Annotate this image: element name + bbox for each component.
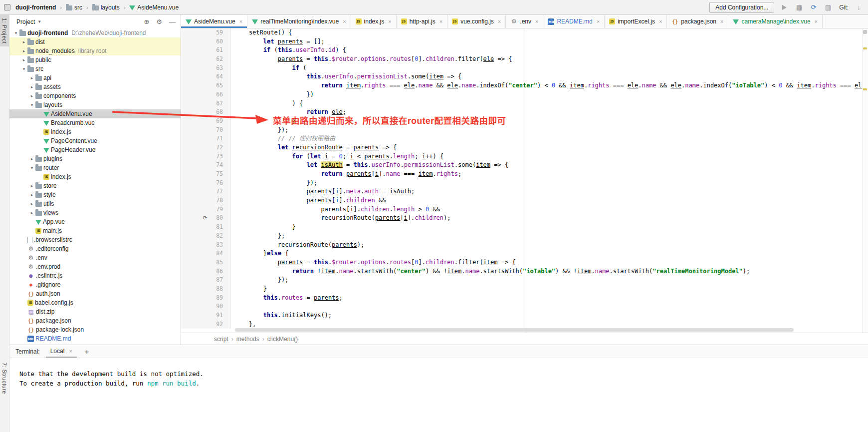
tree-item-store[interactable]: ▸store xyxy=(9,181,181,190)
tree-item-api[interactable]: ▸api xyxy=(9,73,181,82)
tree-item-router[interactable]: ▾router xyxy=(9,163,181,172)
tree-item-Breadcrumb.vue[interactable]: Breadcrumb.vue xyxy=(9,118,181,127)
breadcrumb-item-layouts[interactable]: layouts xyxy=(91,3,121,11)
run-icon[interactable] xyxy=(780,3,789,11)
tool-windows-icon[interactable]: ▥ xyxy=(824,3,832,11)
tree-item-utils[interactable]: ▸utils xyxy=(9,199,181,208)
update-project-icon[interactable]: ⟳ xyxy=(809,3,818,11)
tab-index.js[interactable]: JSindex.js× xyxy=(351,15,397,28)
chevron-closed-icon[interactable]: ▸ xyxy=(28,192,35,197)
breadcrumb-item-AsideMenu.vue[interactable]: AsideMenu.vue xyxy=(128,3,180,11)
chevron-closed-icon[interactable]: ▸ xyxy=(28,201,35,206)
tree-item-node_modules[interactable]: ▸node_moduleslibrary root xyxy=(9,46,181,55)
close-icon[interactable]: × xyxy=(815,18,818,24)
tree-item-auth.json[interactable]: {}auth.json xyxy=(9,289,181,298)
tree-item-PageContent.vue[interactable]: PageContent.vue xyxy=(9,136,181,145)
tree-item-package.json[interactable]: {}package.json xyxy=(9,316,181,325)
chevron-open-icon[interactable]: ▾ xyxy=(12,30,19,35)
tree-item-package-lock.json[interactable]: {}package-lock.json xyxy=(9,325,181,334)
tree-item-.eslintrc.js[interactable]: ●.eslintrc.js xyxy=(9,271,181,280)
tab-cameraManage\index.vue[interactable]: cameraManage\index.vue× xyxy=(728,15,823,28)
chevron-closed-icon[interactable]: ▸ xyxy=(28,93,35,98)
chevron-closed-icon[interactable]: ▸ xyxy=(20,48,27,53)
stripe-button-project[interactable]: 1: Project xyxy=(0,15,9,46)
breadcrumb-item-duoji-frontend[interactable]: duoji-frontend xyxy=(14,3,57,11)
close-icon[interactable]: × xyxy=(597,18,600,24)
tree-item-public[interactable]: ▸public xyxy=(9,55,181,64)
project-view-selector[interactable]: Project xyxy=(16,18,35,25)
tab-realTimeMonitoring\index.vue[interactable]: realTimeMonitoring\index.vue× xyxy=(247,15,351,28)
tab-vue.config.js[interactable]: JSvue.config.js× xyxy=(447,15,506,28)
tree-item-dist.zip[interactable]: ▤dist.zip xyxy=(9,307,181,316)
tree-item-PageHeader.vue[interactable]: PageHeader.vue xyxy=(9,145,181,154)
new-terminal-session-button[interactable]: + xyxy=(83,347,91,356)
tab-AsideMenu.vue[interactable]: AsideMenu.vue× xyxy=(181,15,247,28)
tree-item-dist[interactable]: ▸dist xyxy=(9,37,181,46)
chevron-open-icon[interactable]: ▾ xyxy=(28,102,35,107)
tree-item-main.js[interactable]: JSmain.js xyxy=(9,226,181,235)
close-icon[interactable]: × xyxy=(535,18,538,24)
editor-breadcrumb-clickMenu()[interactable]: clickMenu() xyxy=(267,336,298,343)
stripe-button-structure[interactable]: 7: Structure xyxy=(0,360,9,397)
error-stripe-scrollbar[interactable] xyxy=(862,28,868,333)
app-icon[interactable] xyxy=(4,4,10,10)
tree-item-AsideMenu.vue[interactable]: AsideMenu.vue xyxy=(9,109,181,118)
close-icon[interactable]: × xyxy=(239,18,242,24)
tree-item-.env.prod[interactable]: ⚙.env.prod xyxy=(9,262,181,271)
tree-item-index.js[interactable]: JSindex.js xyxy=(9,172,181,181)
tree-item-src[interactable]: ▾src xyxy=(9,64,181,73)
breadcrumb-item-src[interactable]: src xyxy=(65,3,83,11)
close-icon[interactable]: × xyxy=(498,18,501,24)
close-icon[interactable]: × xyxy=(388,18,391,24)
tree-item-babel.config.js[interactable]: JSbabel.config.js xyxy=(9,298,181,307)
chevron-open-icon[interactable]: ▾ xyxy=(28,165,35,170)
add-configuration-button[interactable]: Add Configuration... xyxy=(709,2,774,13)
chevron-closed-icon[interactable]: ▸ xyxy=(20,39,27,44)
chevron-closed-icon[interactable]: ▸ xyxy=(28,156,35,161)
chevron-closed-icon[interactable]: ▸ xyxy=(28,210,35,215)
close-icon[interactable]: × xyxy=(720,18,723,24)
horizontal-scrollbar[interactable] xyxy=(235,328,794,332)
tree-item-layouts[interactable]: ▾layouts xyxy=(9,100,181,109)
tab-http-api.js[interactable]: JShttp-api.js× xyxy=(397,15,447,28)
editor-breadcrumb-script[interactable]: script xyxy=(214,336,228,343)
tree-item-views[interactable]: ▸views xyxy=(9,208,181,217)
vcs-update-icon[interactable]: ↓ xyxy=(855,3,863,11)
chevron-open-icon[interactable]: ▾ xyxy=(20,66,27,71)
tab-importExcel.js[interactable]: JSimportExcel.js× xyxy=(605,15,667,28)
close-icon[interactable]: × xyxy=(439,18,442,24)
chevron-closed-icon[interactable]: ▸ xyxy=(28,183,35,188)
tree-item-assets[interactable]: ▸assets xyxy=(9,82,181,91)
chevron-closed-icon[interactable]: ▸ xyxy=(28,75,35,80)
tree-item-.editorconfig[interactable]: ⚙.editorconfig xyxy=(9,244,181,253)
tab-README.md[interactable]: MDREADME.md× xyxy=(543,15,605,28)
settings-gear-icon[interactable]: ⚙ xyxy=(156,18,162,25)
chevron-closed-icon[interactable]: ▸ xyxy=(20,57,27,62)
git-branch-widget[interactable]: Git: xyxy=(839,4,849,11)
tree-item-App.vue[interactable]: App.vue xyxy=(9,217,181,226)
hide-panel-icon[interactable]: — xyxy=(169,18,176,25)
terminal-output[interactable]: Note that the development build is not o… xyxy=(9,358,868,432)
code-editor[interactable]: 59 setRoute() {60 let parents = [];61 if… xyxy=(181,28,868,333)
tree-item-.gitignore[interactable]: ◆.gitignore xyxy=(9,280,181,289)
json-icon: {} xyxy=(671,18,678,25)
editor-breadcrumb-methods[interactable]: methods xyxy=(236,336,259,343)
tree-item-.env[interactable]: ⚙.env xyxy=(9,253,181,262)
tree-item-.browserslistrc[interactable]: .browserslistrc xyxy=(9,235,181,244)
tree-item-plugins[interactable]: ▸plugins xyxy=(9,154,181,163)
tree-item-index.js[interactable]: JSindex.js xyxy=(9,127,181,136)
folder-icon xyxy=(27,40,34,45)
tree-item-duoji-frontend[interactable]: ▾duoji-frontendD:\zheheWeb\duoji-fronten… xyxy=(9,28,181,37)
tab-.env[interactable]: ⚙.env× xyxy=(506,15,543,28)
terminal-tab-local[interactable]: Local × xyxy=(46,345,77,358)
close-icon[interactable]: × xyxy=(343,18,346,24)
chevron-closed-icon[interactable]: ▸ xyxy=(28,84,35,89)
close-icon[interactable]: × xyxy=(69,348,72,354)
tree-item-components[interactable]: ▸components xyxy=(9,91,181,100)
tree-item-README.md[interactable]: MDREADME.md xyxy=(9,334,181,343)
tab-package.json[interactable]: {}package.json× xyxy=(667,15,728,28)
profiler-icon[interactable]: ▦ xyxy=(795,3,803,11)
close-icon[interactable]: × xyxy=(659,18,662,24)
locate-file-icon[interactable]: ⊕ xyxy=(144,18,149,25)
tree-item-style[interactable]: ▸style xyxy=(9,190,181,199)
